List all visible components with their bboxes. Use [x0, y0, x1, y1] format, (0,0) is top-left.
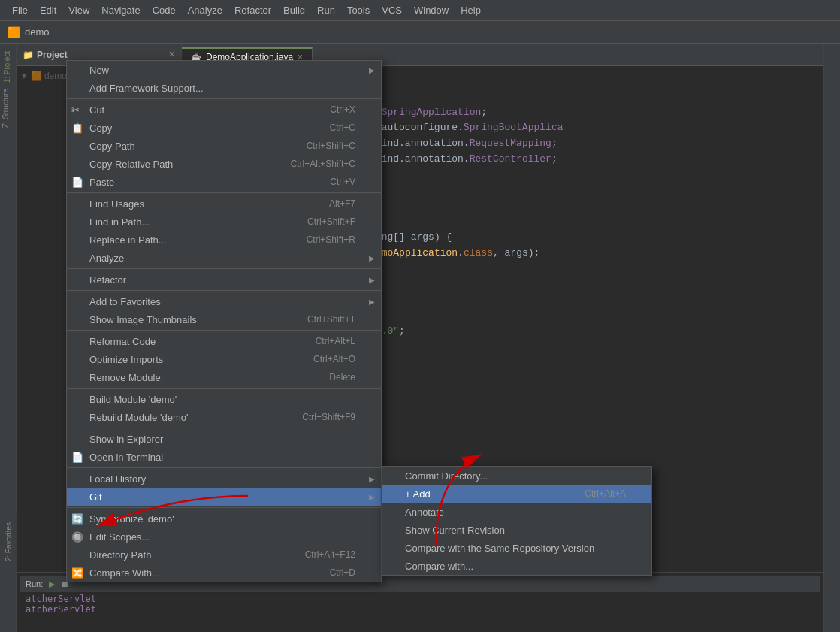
menu-item-synchronize[interactable]: 🔄Synchronize 'demo': [67, 510, 381, 528]
open-in-terminal-icon: 📄: [71, 452, 83, 463]
menu-item-copy-path[interactable]: Copy PathCtrl+Shift+C: [67, 137, 381, 155]
menu-separator: [67, 268, 381, 269]
git-submenu-item-compare-same-repo[interactable]: Compare with the Same Repository Version: [382, 539, 651, 557]
menu-analyze[interactable]: Analyze: [182, 3, 228, 17]
git-submenu: Commit Directory...+ AddCtrl+Alt+AAnnota…: [382, 466, 652, 576]
show-in-explorer-label: Show in Explorer: [89, 434, 163, 445]
optimize-imports-shortcut: Ctrl+Alt+O: [313, 354, 370, 364]
app-title: demo: [25, 26, 50, 38]
menu-item-find-in-path[interactable]: Find in Path...Ctrl+Shift+F: [67, 213, 381, 231]
menu-view[interactable]: View: [62, 3, 95, 17]
git-submenu-item-compare-with[interactable]: Compare with...: [382, 557, 651, 575]
menu-separator: [67, 428, 381, 428]
analyze-label: Analyze: [89, 252, 124, 264]
synchronize-icon: 🔄: [71, 513, 83, 525]
run-output-line1: atcherServlet: [26, 594, 814, 604]
menu-item-add-framework[interactable]: Add Framework Support...: [67, 79, 381, 97]
git-compare-same-repo-label: Compare with the Same Repository Version: [405, 543, 594, 554]
menu-edit[interactable]: Edit: [34, 3, 62, 17]
cut-shortcut: Ctrl+X: [330, 104, 370, 115]
context-menu: NewAdd Framework Support...✂CutCtrl+X📋Co…: [66, 60, 382, 582]
menu-item-paste[interactable]: 📄PasteCtrl+V: [67, 173, 381, 191]
tree-demo[interactable]: demo: [44, 71, 67, 81]
synchronize-label: Synchronize 'demo': [89, 513, 174, 525]
remove-module-shortcut: Delete: [329, 372, 370, 383]
find-in-path-shortcut: Ctrl+Shift+F: [307, 216, 370, 227]
menu-item-new[interactable]: New: [67, 61, 381, 79]
menu-file[interactable]: File: [6, 3, 34, 17]
compare-with-shortcut: Ctrl+D: [330, 567, 370, 578]
menu-item-reformat-code[interactable]: Reformat CodeCtrl+Alt+L: [67, 332, 381, 350]
menu-item-directory-path[interactable]: Directory PathCtrl+Alt+F12: [67, 546, 381, 564]
git-submenu-item-annotate[interactable]: Annotate: [382, 503, 651, 521]
menu-item-compare-with[interactable]: 🔀Compare With...Ctrl+D: [67, 564, 381, 582]
menu-item-show-in-explorer[interactable]: Show in Explorer: [67, 430, 381, 448]
git-label: Git: [89, 491, 102, 503]
cut-label: Cut: [89, 104, 104, 116]
sidebar-tab-project[interactable]: 1: Project: [3, 51, 11, 83]
reformat-code-shortcut: Ctrl+Alt+L: [316, 336, 370, 346]
menu-item-local-history[interactable]: Local History: [67, 470, 381, 488]
rebuild-module-label: Rebuild Module 'demo': [89, 412, 188, 423]
menu-navigate[interactable]: Navigate: [95, 3, 146, 17]
menu-refactor[interactable]: Refactor: [228, 3, 277, 17]
menu-run[interactable]: Run: [311, 3, 341, 17]
menu-item-build-module[interactable]: Build Module 'demo': [67, 390, 381, 408]
run-play-icon[interactable]: ▶: [49, 579, 55, 589]
directory-path-label: Directory Path: [89, 549, 151, 561]
git-submenu-item-add[interactable]: + AddCtrl+Alt+A: [382, 485, 651, 503]
paste-label: Paste: [89, 177, 114, 188]
title-bar: 🟧 demo: [0, 21, 840, 44]
menu-item-show-image-thumbnails[interactable]: Show Image ThumbnailsCtrl+Shift+T: [67, 310, 381, 328]
menu-vcs[interactable]: VCS: [376, 3, 408, 17]
menu-build[interactable]: Build: [277, 3, 311, 17]
menu-item-refactor[interactable]: Refactor: [67, 271, 381, 289]
new-label: New: [89, 65, 109, 76]
show-image-thumbnails-label: Show Image Thumbnails: [89, 314, 197, 325]
copy-relative-path-label: Copy Relative Path: [89, 159, 173, 170]
menu-item-git[interactable]: Git: [67, 488, 381, 506]
menu-item-copy-relative-path[interactable]: Copy Relative PathCtrl+Alt+Shift+C: [67, 155, 381, 173]
menu-separator: [67, 330, 381, 331]
menu-window[interactable]: Window: [408, 3, 455, 17]
optimize-imports-label: Optimize Imports: [89, 354, 163, 365]
find-usages-shortcut: Alt+F7: [329, 198, 370, 209]
menu-item-replace-in-path[interactable]: Replace in Path...Ctrl+Shift+R: [67, 231, 381, 249]
paste-shortcut: Ctrl+V: [330, 177, 370, 187]
edit-scopes-icon: 🔘: [71, 531, 83, 543]
menu-separator: [67, 98, 381, 99]
build-module-label: Build Module 'demo': [89, 394, 177, 405]
git-submenu-item-show-current-revision[interactable]: Show Current Revision: [382, 521, 651, 539]
menu-help[interactable]: Help: [455, 3, 487, 17]
remove-module-label: Remove Module: [89, 372, 161, 383]
menu-item-optimize-imports[interactable]: Optimize ImportsCtrl+Alt+O: [67, 350, 381, 368]
copy-icon: 📋: [71, 122, 83, 134]
add-to-favorites-label: Add to Favorites: [89, 296, 161, 307]
panel-close-icon[interactable]: ✕: [168, 50, 175, 59]
favorites-tab[interactable]: 2: Favorites: [0, 512, 17, 572]
git-compare-with-label: Compare with...: [405, 561, 473, 572]
menu-item-add-to-favorites[interactable]: Add to Favorites: [67, 292, 381, 310]
git-annotate-label: Annotate: [405, 507, 444, 518]
menu-bar: File Edit View Navigate Code Analyze Ref…: [0, 0, 840, 21]
menu-item-cut[interactable]: ✂CutCtrl+X: [67, 101, 381, 119]
menu-tools[interactable]: Tools: [341, 3, 376, 17]
copy-path-shortcut: Ctrl+Shift+C: [307, 141, 370, 151]
edit-scopes-label: Edit Scopes...: [89, 531, 150, 543]
menu-item-rebuild-module[interactable]: Rebuild Module 'demo'Ctrl+Shift+F9: [67, 408, 381, 426]
panel-title: Project: [37, 50, 68, 60]
git-add-shortcut: Ctrl+Alt+A: [585, 488, 641, 499]
menu-item-copy[interactable]: 📋CopyCtrl+C: [67, 119, 381, 137]
menu-item-analyze[interactable]: Analyze: [67, 249, 381, 267]
menu-code[interactable]: Code: [147, 3, 182, 17]
menu-item-open-in-terminal[interactable]: 📄Open in Terminal: [67, 448, 381, 466]
menu-separator: [67, 507, 381, 508]
cut-icon: ✂: [71, 104, 80, 116]
menu-item-remove-module[interactable]: Remove ModuleDelete: [67, 368, 381, 386]
sidebar-tab-structure[interactable]: Z: Structure: [2, 89, 10, 128]
menu-item-find-usages[interactable]: Find UsagesAlt+F7: [67, 195, 381, 213]
git-submenu-item-commit-directory[interactable]: Commit Directory...: [382, 467, 651, 485]
find-in-path-label: Find in Path...: [89, 216, 150, 228]
menu-item-edit-scopes[interactable]: 🔘Edit Scopes...: [67, 528, 381, 546]
git-commit-directory-label: Commit Directory...: [405, 470, 488, 482]
